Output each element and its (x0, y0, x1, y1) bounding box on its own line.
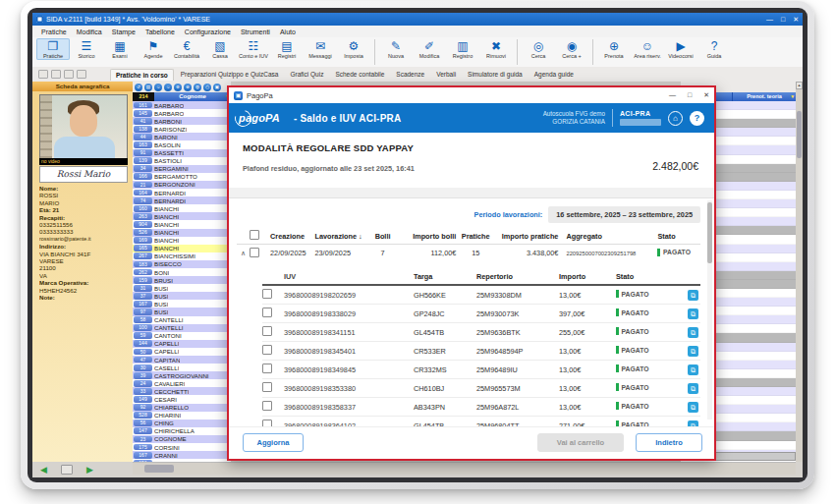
dialog-scroll-thumb[interactable] (707, 202, 712, 263)
student-row[interactable]: 21 BERGONZONI (133, 181, 231, 189)
go-to-cart-button[interactable]: Vai al carrello (537, 433, 624, 452)
iuv-checkbox[interactable] (262, 326, 272, 336)
header-stato-inner[interactable]: Stato (616, 272, 679, 281)
next-record-button[interactable]: ▶ (86, 465, 93, 475)
view-tab[interactable]: Grafici Quiz (285, 69, 328, 81)
quick-icon[interactable]: ◍ (194, 84, 201, 91)
quick-icon[interactable]: ▤ (144, 84, 152, 91)
dialog-close-button[interactable]: ✕ (703, 91, 709, 99)
toolbar-button[interactable]: ☺ Area riserv. (631, 38, 664, 60)
student-row[interactable]: 144 CAPELLI (133, 340, 231, 348)
home-icon[interactable]: ⌂ (668, 111, 683, 126)
toolbar-button[interactable]: ⊕ Prenota (597, 38, 631, 60)
period-value[interactable]: 16 settembre, 2025 – 23 settembre, 2025 (548, 206, 700, 223)
student-row[interactable]: 33 CECCHETTI (133, 387, 231, 395)
student-row[interactable]: 175 CORSINI (133, 443, 231, 451)
iuv-row[interactable]: 396800089198341151 GL454TB 25M9636BTK 25… (262, 323, 700, 342)
horizontal-scrollbar[interactable] (133, 462, 796, 475)
view-tab[interactable]: Scadenze (391, 69, 429, 81)
quick-icon[interactable]: ▣ (213, 84, 221, 91)
student-row[interactable]: 50 CAPELLI (133, 348, 231, 356)
toolbar-button[interactable]: ❐ Pratiche (36, 38, 70, 60)
view-mode-icon[interactable] (77, 70, 86, 79)
student-row[interactable]: 59 CANTONI (133, 332, 231, 340)
toolbar-button[interactable]: € Contabilità (170, 38, 203, 60)
view-tab[interactable]: Agenda guide (529, 69, 579, 81)
student-row[interactable]: 160 BIANCHI (133, 204, 231, 212)
student-row[interactable]: 163 BASOLIN (133, 140, 231, 148)
copy-document-icon[interactable]: ⧉ (688, 402, 698, 413)
view-mode-icon[interactable] (38, 70, 48, 79)
view-mode-icon[interactable] (51, 70, 61, 79)
refresh-button[interactable]: Aggiorna (243, 433, 304, 452)
view-tab[interactable]: Pratiche in corso (110, 69, 174, 81)
iuv-checkbox[interactable] (262, 345, 272, 355)
student-row[interactable]: 92 CHIARELLO (133, 404, 231, 412)
menu-item[interactable]: Aiuto (275, 28, 301, 35)
id-column-header[interactable]: 214 (133, 92, 154, 101)
quick-icon[interactable]: ☺ (154, 84, 162, 91)
toolbar-button[interactable]: ☷ Conto e IUV (237, 38, 270, 60)
student-row[interactable]: 526 BIANCHI (133, 229, 231, 237)
quick-icon[interactable]: ☺ (164, 84, 172, 91)
iuv-row[interactable]: 396800089198349845 CR332MS 25M96489IU 13… (262, 361, 700, 379)
student-row[interactable]: 149 CESARI (133, 395, 231, 403)
header-importo-pratiche[interactable]: Importo pratiche (495, 232, 558, 241)
toolbar-button[interactable]: ◉ Cerca + (555, 38, 588, 60)
select-all-checkbox[interactable] (250, 230, 259, 240)
dialog-scrollbar[interactable] (707, 200, 712, 420)
student-row[interactable]: 39 CASTROGIOVANNI (133, 371, 231, 379)
student-row[interactable]: 37 BUSI (133, 292, 231, 300)
toolbar-button[interactable]: ✐ Modifica (413, 38, 446, 60)
toolbar-button[interactable]: ☰ Storico (70, 38, 103, 60)
student-row[interactable]: 74 BERNARDI (133, 196, 231, 204)
header-creazione[interactable]: Creazione (270, 232, 314, 241)
copy-document-icon[interactable]: ⧉ (688, 308, 698, 319)
record-nav-icon[interactable] (61, 465, 73, 475)
view-tab[interactable]: Verbali (431, 69, 461, 81)
student-row[interactable]: 183 BISECCO (133, 260, 231, 268)
quick-icon[interactable]: ⊛ (184, 84, 192, 91)
menu-item[interactable]: Modifica (72, 28, 107, 35)
iuv-checkbox[interactable] (262, 401, 272, 411)
toolbar-button[interactable]: ✎ Nuova (379, 38, 413, 60)
minimize-button[interactable]: — (766, 16, 773, 24)
scroll-up-arrow[interactable]: ▲ (796, 82, 803, 89)
sidebar-tab-title[interactable]: Scheda anagrafica (32, 82, 133, 91)
copy-document-icon[interactable]: ⧉ (688, 327, 698, 338)
menu-item[interactable]: Pratiche (36, 28, 72, 35)
header-bolli[interactable]: Bolli (365, 232, 401, 241)
iuv-checkbox[interactable] (262, 382, 272, 392)
dialog-maximize-button[interactable]: □ (688, 91, 692, 99)
vertical-scroll-thumb[interactable] (797, 111, 802, 158)
copy-document-icon[interactable]: ⧉ (688, 290, 698, 301)
student-row[interactable]: 41 BARBONI (133, 117, 231, 125)
student-row[interactable]: 100 CANTELLI (133, 324, 231, 332)
dialog-minimize-button[interactable]: — (669, 91, 676, 99)
header-stato[interactable]: Stato (651, 232, 700, 241)
lavorazione-row[interactable]: ∧ 22/09/2025 23/09/2025 7 112,00€ 15 3.4… (237, 244, 700, 262)
student-row[interactable]: 58 CANTELLI (133, 316, 231, 324)
menu-item[interactable]: Stampe (107, 28, 140, 35)
surname-column-header[interactable]: Cognome▾ (154, 92, 231, 101)
iuv-row[interactable]: 396800089198338029 GP248JC 25M930073K 39… (262, 305, 700, 323)
student-row[interactable]: 23 COGNOME (133, 435, 231, 443)
copy-document-icon[interactable]: ⧉ (688, 346, 698, 357)
view-tab[interactable]: Preparazioni Quizippo e QuizCasa (176, 69, 284, 81)
student-row[interactable]: 56 CHING (133, 420, 231, 427)
iuv-checkbox[interactable] (262, 364, 272, 373)
student-row[interactable]: 31 BUSI (133, 284, 231, 292)
toolbar-button[interactable]: ? Guida (697, 38, 731, 60)
prev-record-button[interactable]: ◀ (40, 465, 47, 475)
toolbar-button[interactable]: ⚙ Imposta (337, 38, 370, 60)
copy-document-icon[interactable]: ⧉ (688, 383, 698, 394)
student-row[interactable]: 97 BUSI (133, 308, 231, 315)
iuv-checkbox[interactable] (262, 308, 272, 317)
student-row[interactable]: 91 BASSETTI (133, 149, 231, 157)
student-row[interactable]: 263 BIANCHI (133, 212, 231, 220)
student-row[interactable]: 145 BARBARO (133, 109, 231, 117)
toolbar-button[interactable]: ▶ Videocorsi (664, 38, 697, 60)
toolbar-button[interactable]: ✖ Rimuovi (479, 38, 513, 60)
header-pratiche[interactable]: Pratiche (456, 232, 495, 241)
iuv-row[interactable]: 396800089198202659 GH566KE 25M93308DM 13… (262, 286, 700, 305)
